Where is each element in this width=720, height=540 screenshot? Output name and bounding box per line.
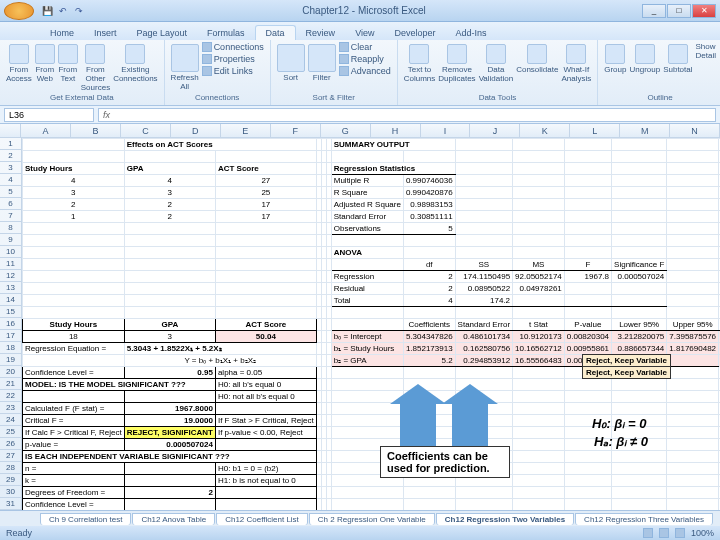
tab-view[interactable]: View [345, 26, 384, 40]
row-header[interactable]: 23 [0, 402, 21, 414]
consolidate-button[interactable]: Consolidate [516, 42, 558, 74]
row-header[interactable]: 11 [0, 258, 21, 270]
sheet-tab[interactable]: Ch12 Regression Three Variables [575, 513, 713, 525]
col-header[interactable]: M [620, 124, 670, 137]
row-header[interactable]: 5 [0, 186, 21, 198]
redo-icon[interactable]: ↷ [72, 4, 86, 18]
minimize-button[interactable]: _ [642, 4, 666, 18]
col-header[interactable]: I [421, 124, 471, 137]
data-validation-button[interactable]: Data Validation [479, 42, 514, 83]
col-header[interactable]: C [121, 124, 171, 137]
tab-formulas[interactable]: Formulas [197, 26, 255, 40]
col-header[interactable]: K [520, 124, 570, 137]
clear-button[interactable]: Clear [339, 42, 391, 52]
col-header[interactable]: E [221, 124, 271, 137]
col-header[interactable]: H [371, 124, 421, 137]
undo-icon[interactable]: ↶ [56, 4, 70, 18]
row-header[interactable]: 2 [0, 150, 21, 162]
what-if-button[interactable]: What-If Analysis [561, 42, 591, 83]
filter-button[interactable]: Filter [308, 42, 336, 82]
row-header[interactable]: 28 [0, 462, 21, 474]
row-header[interactable]: 27 [0, 450, 21, 462]
row-header[interactable]: 7 [0, 210, 21, 222]
view-break-icon[interactable] [675, 528, 685, 538]
row-header[interactable]: 19 [0, 354, 21, 366]
select-all-button[interactable] [0, 124, 21, 137]
tab-review[interactable]: Review [296, 26, 346, 40]
tab-insert[interactable]: Insert [84, 26, 127, 40]
refresh-all-button[interactable]: Refresh All [171, 42, 199, 91]
name-box[interactable] [4, 108, 94, 122]
group-button[interactable]: Group [604, 42, 626, 74]
row-header[interactable]: 17 [0, 330, 21, 342]
row-header[interactable]: 3 [0, 162, 21, 174]
row-header[interactable]: 25 [0, 426, 21, 438]
from-other-button[interactable]: From Other Sources [81, 42, 110, 92]
view-layout-icon[interactable] [659, 528, 669, 538]
tab-addins[interactable]: Add-Ins [446, 26, 497, 40]
col-header[interactable]: J [470, 124, 520, 137]
col-header[interactable]: B [71, 124, 121, 137]
row-header[interactable]: 9 [0, 234, 21, 246]
tab-page-layout[interactable]: Page Layout [127, 26, 198, 40]
row-header[interactable]: 15 [0, 306, 21, 318]
view-normal-icon[interactable] [643, 528, 653, 538]
row-header[interactable]: 16 [0, 318, 21, 330]
advanced-button[interactable]: Advanced [339, 66, 391, 76]
maximize-button[interactable]: □ [667, 4, 691, 18]
row-header[interactable]: 13 [0, 282, 21, 294]
row-header[interactable]: 4 [0, 174, 21, 186]
sheet-tab[interactable]: Ch12 Regression Two Variables [436, 513, 574, 525]
from-text-button[interactable]: From Text [58, 42, 78, 83]
properties-button[interactable]: Properties [202, 54, 264, 64]
close-button[interactable]: ✕ [692, 4, 716, 18]
row-header[interactable]: 12 [0, 270, 21, 282]
row-header[interactable]: 20 [0, 366, 21, 378]
worksheet[interactable]: A B C D E F G H I J K L M N 123456789101… [0, 124, 720, 514]
row-header[interactable]: 1 [0, 138, 21, 150]
existing-connections-button[interactable]: Existing Connections [113, 42, 157, 83]
tab-home[interactable]: Home [40, 26, 84, 40]
col-header[interactable]: G [321, 124, 371, 137]
from-web-button[interactable]: From Web [35, 42, 55, 83]
sort-button[interactable]: Sort [277, 42, 305, 82]
tab-data[interactable]: Data [255, 25, 296, 40]
subtotal-button[interactable]: Subtotal [663, 42, 692, 74]
row-header[interactable]: 31 [0, 498, 21, 510]
row-header[interactable]: 18 [0, 342, 21, 354]
row-header[interactable]: 22 [0, 390, 21, 402]
zoom-level[interactable]: 100% [691, 528, 714, 538]
col-header[interactable]: D [171, 124, 221, 137]
save-icon[interactable]: 💾 [40, 4, 54, 18]
reapply-button[interactable]: Reapply [339, 54, 391, 64]
sheet-tab[interactable]: Ch 9 Correlation test [40, 513, 131, 525]
show-detail-button[interactable]: Show Detail [696, 42, 716, 60]
edit-links-button[interactable]: Edit Links [202, 66, 264, 76]
row-header[interactable]: 24 [0, 414, 21, 426]
ungroup-button[interactable]: Ungroup [629, 42, 660, 74]
col-header[interactable]: L [570, 124, 620, 137]
remove-duplicates-button[interactable]: Remove Duplicates [438, 42, 475, 83]
row-header[interactable]: 30 [0, 486, 21, 498]
row-header[interactable]: 29 [0, 474, 21, 486]
office-button[interactable] [4, 2, 34, 20]
text-to-columns-button[interactable]: Text to Columns [404, 42, 436, 83]
sheet-tab[interactable]: Ch12 Anova Table [132, 513, 215, 525]
fx-icon[interactable]: fx [99, 110, 114, 120]
sheet-tab[interactable]: Ch 2 Regression One Variable [309, 513, 435, 525]
col-header[interactable]: A [21, 124, 71, 137]
row-header[interactable]: 6 [0, 198, 21, 210]
col-header[interactable]: F [271, 124, 321, 137]
row-header[interactable]: 26 [0, 438, 21, 450]
row-header[interactable]: 21 [0, 378, 21, 390]
from-access-button[interactable]: From Access [6, 42, 32, 83]
tab-developer[interactable]: Developer [384, 26, 445, 40]
cell-grid[interactable]: Effects on ACT ScoresSUMMARY OUTPUT Stud… [22, 138, 720, 514]
row-header[interactable]: 14 [0, 294, 21, 306]
row-header[interactable]: 8 [0, 222, 21, 234]
sheet-tab[interactable]: Ch12 Coefficient List [216, 513, 308, 525]
col-header[interactable]: N [670, 124, 720, 137]
formula-input[interactable]: fx [98, 108, 716, 122]
connections-button[interactable]: Connections [202, 42, 264, 52]
row-header[interactable]: 10 [0, 246, 21, 258]
